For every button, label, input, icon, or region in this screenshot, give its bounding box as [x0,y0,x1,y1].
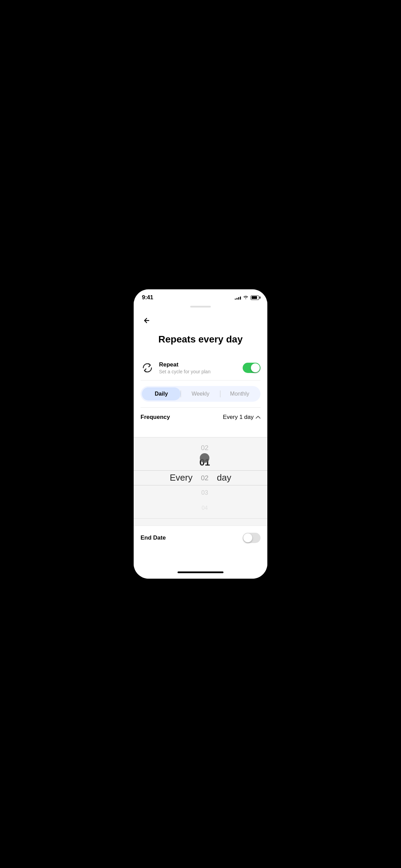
picker-every-label: Every [170,471,192,485]
picker-num-next2: 03 [201,486,208,500]
picker-number-col[interactable]: 02 01 02 03 [199,441,210,515]
frequency-row[interactable]: Frequency Every 1 day [134,408,267,427]
chevron-up-icon [256,414,260,420]
repeat-icon [141,361,154,375]
end-date-section: End Date [134,526,267,550]
picker-num-selected: 01 [199,456,210,470]
picker-num-next1: 02 [201,471,208,485]
repeat-label: Repeat [159,361,238,368]
tab-monthly[interactable]: Monthly [220,387,259,400]
repeat-sublabel: Set a cycle for your plan [159,369,238,374]
picker-container[interactable]: Every Every Every 02 01 [134,437,267,518]
repeat-toggle[interactable] [243,363,260,373]
page-title: Repeats every day [134,327,267,355]
picker-num-prev: 02 [201,441,208,455]
frequency-label: Frequency [141,414,170,421]
tab-weekly[interactable]: Weekly [181,387,220,400]
back-button-area[interactable] [134,309,267,327]
picker-wrapper: Every Every Every 02 01 [134,437,267,519]
bottom-spacer [134,550,267,569]
frequency-tab-bar: Daily Weekly Monthly [141,386,260,402]
divider-1 [141,380,260,381]
repeat-row: Repeat Set a cycle for your plan [134,355,267,380]
spacer-2 [134,519,267,526]
frequency-value[interactable]: Every 1 day [223,414,260,421]
home-indicator [134,569,267,579]
content-area: Repeats every day Repeat Set a cycle for… [134,304,267,579]
end-date-toggle-knob [243,533,252,542]
end-date-row: End Date [134,526,267,550]
frequency-value-text: Every 1 day [223,414,254,421]
tab-daily[interactable]: Daily [142,387,181,400]
status-time: 9:41 [142,294,153,301]
signal-icon [235,296,241,300]
battery-icon [251,296,259,300]
toggle-knob [251,363,260,372]
wifi-icon [243,295,248,300]
picker-every-col: Every Every Every [170,456,192,500]
status-icons [235,295,259,300]
repeat-text: Repeat Set a cycle for your plan [159,361,238,374]
home-bar [178,571,223,573]
picker-day-label: day [217,471,231,485]
back-button[interactable] [141,314,153,327]
status-bar: 9:41 [134,289,267,304]
top-drag-indicator [190,306,211,308]
spacer [134,427,267,437]
end-date-label: End Date [141,534,166,541]
picker-day-col: day day day [217,456,231,500]
picker-num-next3: 04 [202,501,208,515]
picker-columns: Every Every Every 02 01 [170,441,231,515]
end-date-toggle[interactable] [243,533,260,543]
